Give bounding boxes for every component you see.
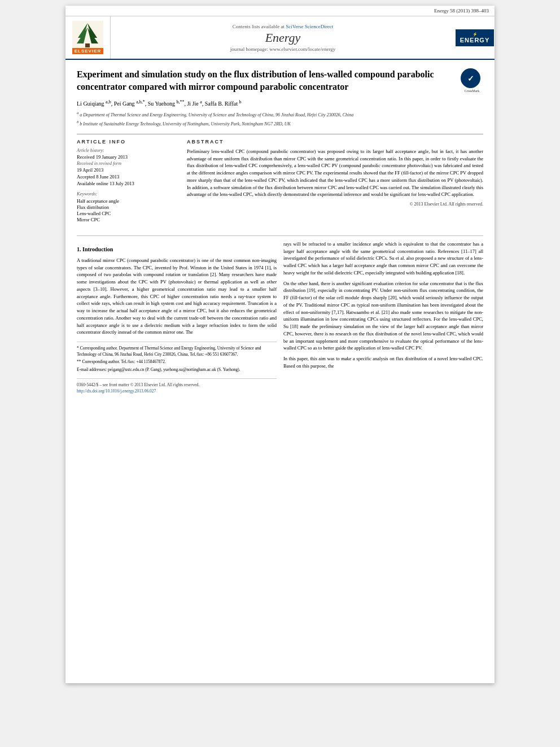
section-divider — [77, 235, 483, 236]
sciverse-link[interactable]: SciVerse ScienceDirect — [286, 24, 333, 29]
article-title: Experiment and simulation study on the f… — [77, 68, 452, 94]
elsevier-logo: ELSEVIER — [65, 16, 111, 59]
journal-name: Energy — [115, 30, 450, 45]
affiliation-a: a a Department of Thermal Science and En… — [77, 110, 483, 118]
doi-line: http://dx.doi.org/10.1016/j.energy.2013.… — [77, 388, 277, 394]
left-column: 1. Introduction A traditional mirror CPC… — [77, 241, 277, 395]
intro-para2: rays will be refracted to a smaller inci… — [283, 241, 483, 277]
intro-para1: A traditional mirror CPC (compound parab… — [77, 257, 277, 336]
article-info: ARTICLE INFO Article history: Received 1… — [77, 139, 178, 227]
received-date: Received 19 January 2013 — [77, 154, 178, 160]
crossmark: ✓ CrossMark — [461, 68, 483, 93]
affiliations: a a Department of Thermal Science and En… — [77, 110, 483, 127]
crossmark-icon: ✓ — [461, 68, 480, 88]
keyword-3: Lens-walled CPC — [77, 211, 178, 216]
elsevier-tree-icon — [72, 21, 103, 48]
keyword-2: Flux distribution — [77, 204, 178, 210]
intro-para3: On the other hand, there is another sign… — [283, 280, 483, 352]
footnote-2: ** Corresponding author. Tel./fax: +44 1… — [77, 359, 277, 365]
footnote-3: E-mail addresses: peigang@ustc.edu.cn (P… — [77, 367, 277, 373]
affiliation-b: b b Institute of Sustainable Energy Tech… — [77, 119, 483, 127]
copyright-line: © 2013 Elsevier Ltd. All rights reserved… — [187, 202, 483, 207]
bottom-bar: 0360-5442/$ – see front matter © 2013 El… — [77, 378, 277, 395]
journal-page: Energy 58 (2013) 398–403 ELSEVIER Conten… — [65, 6, 495, 683]
authors-line: Li Guiqiang a,b, Pei Gang a,b,*, Su Yueh… — [77, 99, 483, 107]
svg-rect-5 — [85, 43, 90, 47]
journal-ref: Energy 58 (2013) 398–403 — [434, 8, 489, 14]
elsevier-label: ELSEVIER — [72, 48, 104, 54]
doi-link[interactable]: http://dx.doi.org/10.1016/j.energy.2013.… — [77, 388, 156, 394]
article-history: Article history: Received 19 January 201… — [77, 148, 178, 186]
intro-para4: In this paper, this aim was to make a sp… — [283, 355, 483, 370]
journal-center: Contents lists available at SciVerse Sci… — [111, 19, 455, 56]
article-info-label: ARTICLE INFO — [77, 139, 178, 145]
keywords-block: Keywords: Half acceptance angle Flux dis… — [77, 191, 178, 222]
right-column: rays will be refracted to a smaller inci… — [283, 241, 483, 395]
abstract-label: ABSTRACT — [187, 139, 483, 145]
two-column-body: 1. Introduction A traditional mirror CPC… — [77, 241, 483, 395]
keyword-4: Mirror CPC — [77, 217, 178, 222]
abstract-text: Preliminary lens-walled CPC (compound pa… — [187, 148, 483, 198]
accepted-date: Accepted 8 June 2013 — [77, 174, 178, 180]
online-date: Available online 13 July 2013 — [77, 181, 178, 186]
crossmark-label: CrossMark — [461, 89, 483, 93]
article-body: Experiment and simulation study on the f… — [65, 60, 495, 403]
revised-date: 19 April 2013 — [77, 167, 178, 173]
issn-line: 0360-5442/$ – see front matter © 2013 El… — [77, 382, 277, 388]
journal-ref-bar: Energy 58 (2013) 398–403 — [65, 6, 495, 16]
journal-right-badge: ⚡ ENERGY — [455, 27, 495, 49]
journal-header: ELSEVIER Contents lists available at Sci… — [65, 16, 495, 60]
keyword-1: Half acceptance angle — [77, 198, 178, 204]
revised-label: Received in revised form — [77, 161, 178, 166]
title-section: Experiment and simulation study on the f… — [77, 68, 483, 94]
sciverse-line: Contents lists available at SciVerse Sci… — [115, 24, 450, 29]
footnote-1: * Corresponding author. Department of Th… — [77, 346, 277, 357]
energy-badge: ⚡ ENERGY — [456, 29, 494, 46]
info-abstract-section: ARTICLE INFO Article history: Received 1… — [77, 134, 483, 227]
footnotes: * Corresponding author. Department of Th… — [77, 342, 277, 373]
journal-homepage: journal homepage: www.elsevier.com/locat… — [115, 46, 450, 52]
abstract-section: ABSTRACT Preliminary lens-walled CPC (co… — [187, 139, 483, 227]
section1-title: 1. Introduction — [77, 245, 277, 254]
